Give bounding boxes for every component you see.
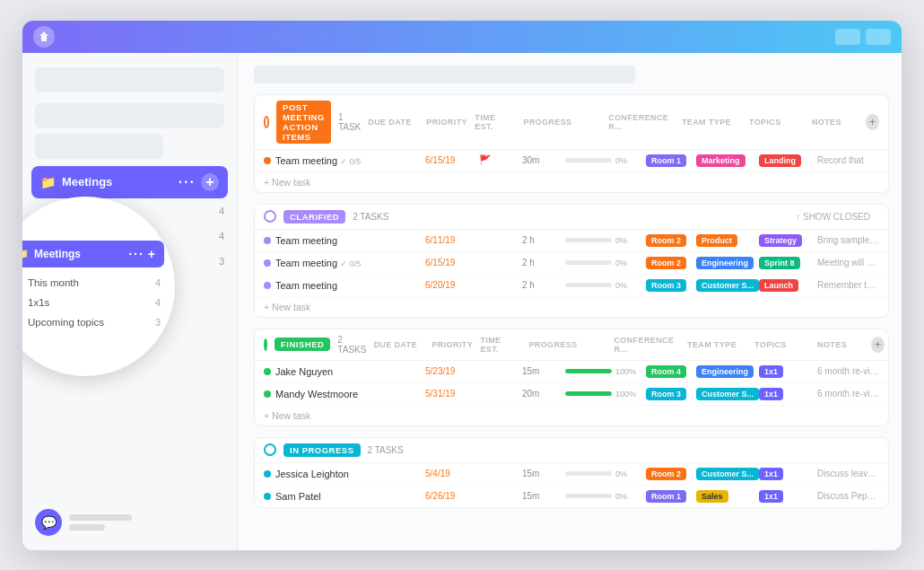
task-dot-c3 — [264, 282, 271, 289]
group-task-count-inprogress: 2 TASKS — [368, 445, 404, 455]
group-circle-clarified — [264, 210, 276, 223]
task-dot-ip1 — [264, 470, 271, 478]
1x1s-count: 4 — [219, 231, 224, 241]
bar-1 — [69, 514, 132, 521]
main-area: 📁 Meetings ··· + This month 4 1x1s 4 — [22, 53, 902, 550]
zoom-meetings-header: 📁 Meetings ··· + — [22, 241, 164, 267]
task-priority: 🚩 — [479, 154, 522, 166]
task-topics: Landing — [759, 154, 817, 167]
task-due-c1: 6/11/19 — [425, 235, 479, 245]
sidebar-meetings-label: Meetings — [62, 175, 112, 189]
task-row-c1: Team meeting 6/11/19 2 h 0% Room 2 Produ… — [255, 230, 888, 252]
group-label-clarified: CLARIFIED — [283, 210, 345, 224]
group-post-meeting: POST MEETING ACTION ITEMS 1 TASK DUE DAT… — [254, 94, 889, 193]
add-task-clarified[interactable]: + New task — [255, 297, 888, 317]
group-circle-icon — [264, 116, 269, 128]
zoom-this-month: This month — [28, 277, 79, 288]
conf-tag: Room 1 — [646, 154, 686, 167]
task-row-ip2: Sam Patel 6/26/19 15m 0% Room 1 Sales 1x… — [255, 486, 888, 507]
task-text-ip2: Sam Patel — [275, 491, 321, 502]
group-header-finished: FINISHED 2 TASKS DUE DATE PRIORITY TIME … — [255, 329, 888, 361]
task-name-f1: Jake Nguyen — [264, 366, 425, 377]
task-name-ip1: Jessica Leighton — [264, 469, 425, 479]
group-header-clarified: CLARIFIED 2 TASKS ↑ SHOW CLOSED — [255, 205, 888, 230]
sidebar-meetings-header[interactable]: 📁 Meetings ··· + — [31, 166, 228, 198]
task-progress: 0% — [565, 156, 646, 165]
add-col-btn-2[interactable]: + — [871, 337, 885, 353]
task-text-f1: Jake Nguyen — [275, 366, 333, 377]
task-name-c1: Team meeting — [264, 235, 425, 246]
task-name: Team meeting ✓ 0/5 — [264, 155, 425, 166]
task-progress-c1: 0% — [565, 236, 646, 245]
main-content: POST MEETING ACTION ITEMS 1 TASK DUE DAT… — [238, 53, 902, 550]
titlebar-btn-2[interactable] — [866, 29, 891, 45]
task-text-c3: Team meeting — [275, 280, 337, 291]
chat-icon[interactable]: 💬 — [35, 509, 62, 536]
task-notes: Record that — [817, 155, 879, 165]
task-time: 30m — [522, 155, 565, 165]
group-clarified: CLARIFIED 2 TASKS ↑ SHOW CLOSED Team mee… — [254, 204, 889, 318]
zoom-count-3: 3 — [155, 317, 161, 328]
group-header-inprogress: IN PROGRESS 2 TASKS — [255, 438, 888, 463]
add-meeting-icon[interactable]: + — [201, 173, 219, 191]
task-time-c1: 2 h — [522, 235, 565, 245]
zoom-more-icon: ··· — [128, 247, 144, 261]
col-topics: TOPICS — [749, 118, 803, 127]
task-row-f2: Mandy Westmoore 5/31/19 20m 100% Room 3 … — [255, 383, 888, 406]
task-dot-c1 — [264, 237, 271, 244]
zoom-item-1x1s: 1x1s 4 — [22, 293, 164, 312]
folder-icon: 📁 — [40, 175, 56, 189]
task-name-text: Team meeting ✓ 0/5 — [275, 155, 361, 166]
topic-tag: Landing — [759, 154, 801, 167]
task-team: Marketing — [696, 154, 759, 167]
group-label-finished: FINISHED — [275, 338, 330, 351]
progress-bar-bg — [565, 158, 612, 162]
task-dot-f1 — [264, 368, 271, 375]
more-options-icon[interactable]: ··· — [179, 174, 196, 190]
task-name-c3: Team meeting — [264, 280, 425, 291]
task-name-c2: Team meeting ✓ 0/5 — [264, 258, 425, 268]
sidebar-search-bar — [35, 67, 224, 92]
app-logo — [33, 26, 55, 48]
group-circle-inprogress — [264, 443, 276, 456]
add-task-finished[interactable]: + New task — [255, 406, 888, 425]
task-dot-c2 — [264, 259, 271, 267]
col-priority: PRIORITY — [426, 118, 466, 127]
titlebar-controls — [835, 29, 891, 45]
team-tag: Marketing — [696, 154, 745, 167]
task-row: Team meeting ✓ 0/5 6/15/19 🚩 30m 0% Room… — [255, 150, 888, 172]
sidebar-item-plain-1 — [35, 103, 224, 128]
zoom-meetings-label: Meetings — [34, 248, 81, 260]
task-row-f1: Jake Nguyen 5/23/19 15m 100% Room 4 Engi… — [255, 361, 888, 383]
add-col-btn[interactable]: + — [866, 114, 879, 130]
show-closed-btn[interactable]: ↑ SHOW CLOSED — [787, 209, 879, 224]
sidebar: 📁 Meetings ··· + This month 4 1x1s 4 — [22, 53, 238, 550]
group-label-post: POST MEETING ACTION ITEMS — [276, 101, 331, 144]
col-team-type: TEAM TYPE — [682, 118, 740, 127]
titlebar-btn-1[interactable] — [835, 29, 860, 45]
task-row-c2: Team meeting ✓ 0/5 6/15/19 2 h 0% Room 2… — [255, 252, 888, 275]
zoom-upcoming: Upcoming topics — [28, 317, 104, 328]
sidebar-bottom: 💬 — [35, 509, 132, 536]
col-progress: PROGRESS — [523, 118, 599, 127]
task-row-ip1: Jessica Leighton 5/4/19 15m 0% Room 2 Cu… — [255, 463, 888, 486]
group-finished: FINISHED 2 TASKS DUE DATE PRIORITY TIME … — [254, 329, 889, 426]
col-conf-room: CONFERENCE R... — [608, 113, 673, 131]
content-header-bar — [254, 66, 635, 83]
group-header-post: POST MEETING ACTION ITEMS 1 TASK DUE DAT… — [255, 95, 888, 150]
task-name-ip2: Sam Patel — [264, 491, 425, 502]
task-dot-f2 — [264, 390, 271, 398]
group-circle-finished — [264, 338, 267, 351]
add-task-btn[interactable]: + New task — [255, 172, 888, 192]
bar-2 — [69, 524, 105, 531]
task-text-c1: Team meeting — [275, 235, 337, 246]
sidebar-bottom-bars — [69, 514, 132, 531]
task-text-f2: Mandy Westmoore — [275, 389, 358, 399]
progress-pct: 0% — [615, 156, 627, 165]
app-window: 📁 Meetings ··· + This month 4 1x1s 4 — [22, 21, 902, 550]
task-due: 6/15/19 — [425, 155, 479, 165]
group-task-count-clarified: 2 TASKS — [353, 212, 388, 222]
this-month-count: 4 — [219, 206, 224, 216]
col-time-est: TIME EST. — [475, 113, 514, 131]
group-in-progress: IN PROGRESS 2 TASKS Jessica Leighton 5/4… — [254, 437, 889, 508]
